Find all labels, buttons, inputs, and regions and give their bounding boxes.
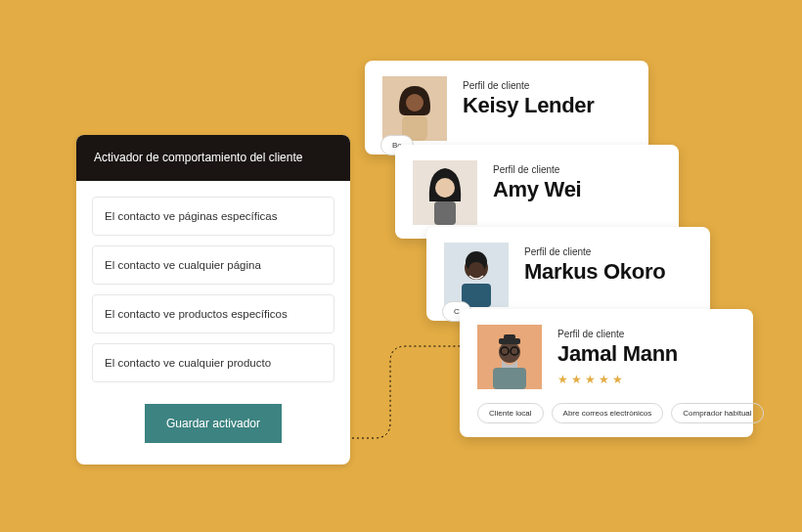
profile-card-markus[interactable]: Perfil de cliente Markus Okoro C <box>426 227 710 321</box>
avatar <box>382 76 447 141</box>
profile-label: Perfil de cliente <box>524 246 665 257</box>
profile-name: Markus Okoro <box>524 259 665 285</box>
profile-card-jamal[interactable]: Perfil de cliente Jamal Mann ★★★★★ Clien… <box>460 309 753 437</box>
profile-name: Keisy Lender <box>463 93 595 118</box>
trigger-panel: Activador de comportamiento del cliente … <box>76 135 350 465</box>
profile-card-amy[interactable]: Perfil de cliente Amy Wei <box>395 145 679 239</box>
profile-card-keisy[interactable]: Perfil de cliente Keisy Lender Bo <box>365 61 648 155</box>
svg-rect-18 <box>493 368 526 389</box>
trigger-options-list: El contacto ve páginas específicas El co… <box>76 181 350 465</box>
profile-name: Jamal Mann <box>557 341 678 367</box>
svg-point-5 <box>435 178 455 198</box>
save-trigger-button[interactable]: Guardar activador <box>145 404 282 443</box>
svg-rect-15 <box>504 334 515 339</box>
profile-label: Perfil de cliente <box>557 329 678 339</box>
profile-label: Perfil de cliente <box>493 164 581 175</box>
trigger-option-any-product[interactable]: El contacto ve cualquier producto <box>92 343 334 382</box>
tags-row: Cliente local Abre correos electrónicos … <box>477 403 735 423</box>
svg-point-13 <box>499 341 520 363</box>
tag-local[interactable]: Cliente local <box>477 403 544 423</box>
trigger-option-specific-products[interactable]: El contacto ve productos específicos <box>92 294 334 333</box>
tag-opens-emails[interactable]: Abre correos electrónicos <box>552 403 664 423</box>
trigger-panel-title: Activador de comportamiento del cliente <box>76 135 350 181</box>
avatar <box>444 243 509 307</box>
trigger-option-any-page[interactable]: El contacto ve cualquier página <box>92 245 334 285</box>
star-rating: ★★★★★ <box>557 373 678 386</box>
trigger-option-specific-pages[interactable]: El contacto ve páginas específicas <box>92 197 334 236</box>
svg-point-2 <box>406 94 423 111</box>
avatar <box>477 325 542 389</box>
svg-rect-6 <box>434 201 456 225</box>
profile-name: Amy Wei <box>493 177 581 202</box>
tag-frequent-buyer[interactable]: Comprador habitual <box>671 403 763 423</box>
avatar <box>413 160 477 225</box>
svg-point-10 <box>468 262 484 278</box>
profile-label: Perfil de cliente <box>463 80 595 91</box>
